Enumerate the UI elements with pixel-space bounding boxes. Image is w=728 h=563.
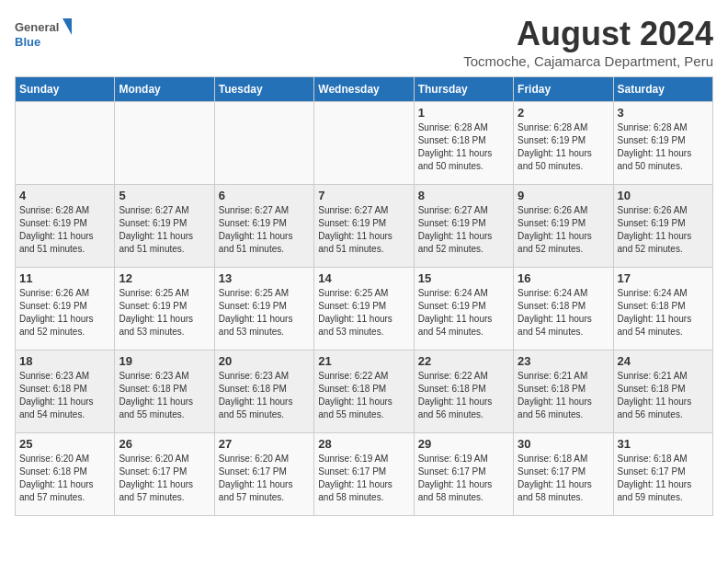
day-number: 1 (418, 106, 509, 120)
calendar-cell: 20Sunrise: 6:23 AM Sunset: 6:18 PM Dayli… (214, 350, 313, 433)
day-info: Sunrise: 6:23 AM Sunset: 6:18 PM Dayligh… (19, 370, 110, 421)
day-number: 25 (19, 437, 110, 451)
calendar-cell: 8Sunrise: 6:27 AM Sunset: 6:19 PM Daylig… (414, 185, 513, 268)
svg-marker-1 (63, 18, 72, 35)
day-info: Sunrise: 6:24 AM Sunset: 6:18 PM Dayligh… (518, 287, 609, 339)
day-number: 7 (318, 189, 409, 202)
day-number: 28 (318, 437, 409, 451)
calendar-cell: 12Sunrise: 6:25 AM Sunset: 6:19 PM Dayli… (115, 268, 214, 350)
svg-text:Blue: Blue (15, 35, 40, 49)
day-number: 13 (219, 271, 310, 285)
day-number: 21 (318, 354, 409, 368)
day-number: 3 (618, 106, 709, 120)
day-info: Sunrise: 6:18 AM Sunset: 6:17 PM Dayligh… (618, 453, 709, 504)
column-header-thursday: Thursday (414, 77, 513, 102)
column-header-wednesday: Wednesday (314, 77, 414, 102)
calendar-cell: 13Sunrise: 6:25 AM Sunset: 6:19 PM Dayli… (214, 268, 313, 350)
day-number: 26 (119, 437, 210, 451)
day-number: 31 (618, 437, 709, 451)
column-header-tuesday: Tuesday (214, 77, 313, 102)
day-info: Sunrise: 6:26 AM Sunset: 6:19 PM Dayligh… (618, 204, 709, 256)
day-info: Sunrise: 6:20 AM Sunset: 6:17 PM Dayligh… (219, 453, 310, 504)
day-info: Sunrise: 6:22 AM Sunset: 6:18 PM Dayligh… (318, 370, 409, 421)
calendar-cell: 5Sunrise: 6:27 AM Sunset: 6:19 PM Daylig… (115, 185, 214, 268)
day-info: Sunrise: 6:19 AM Sunset: 6:17 PM Dayligh… (318, 453, 409, 504)
calendar-cell: 3Sunrise: 6:28 AM Sunset: 6:19 PM Daylig… (613, 102, 712, 185)
day-number: 6 (219, 189, 310, 202)
day-number: 9 (518, 189, 609, 202)
day-number: 30 (518, 437, 609, 451)
calendar-cell (16, 102, 115, 185)
day-number: 27 (219, 437, 310, 451)
page-subtitle: Tocmoche, Cajamarca Department, Peru (463, 53, 713, 69)
day-number: 12 (119, 271, 210, 285)
calendar-cell: 19Sunrise: 6:23 AM Sunset: 6:18 PM Dayli… (115, 350, 214, 433)
svg-text:General: General (15, 20, 59, 34)
day-number: 16 (518, 271, 609, 285)
calendar-cell: 23Sunrise: 6:21 AM Sunset: 6:18 PM Dayli… (514, 350, 613, 433)
calendar-cell (214, 102, 313, 185)
day-info: Sunrise: 6:21 AM Sunset: 6:18 PM Dayligh… (618, 370, 709, 421)
calendar-cell: 11Sunrise: 6:26 AM Sunset: 6:19 PM Dayli… (16, 268, 115, 350)
day-info: Sunrise: 6:26 AM Sunset: 6:19 PM Dayligh… (518, 204, 609, 256)
title-area: August 2024 Tocmoche, Cajamarca Departme… (463, 15, 713, 69)
calendar-cell: 30Sunrise: 6:18 AM Sunset: 6:17 PM Dayli… (514, 433, 613, 516)
day-number: 17 (618, 271, 709, 285)
logo-icon: General Blue (15, 15, 79, 55)
calendar-week-row: 11Sunrise: 6:26 AM Sunset: 6:19 PM Dayli… (16, 268, 713, 350)
calendar-cell (314, 102, 414, 185)
day-number: 19 (119, 354, 210, 368)
calendar-cell: 28Sunrise: 6:19 AM Sunset: 6:17 PM Dayli… (314, 433, 414, 516)
calendar-cell: 4Sunrise: 6:28 AM Sunset: 6:19 PM Daylig… (16, 185, 115, 268)
day-number: 24 (618, 354, 709, 368)
calendar-cell: 7Sunrise: 6:27 AM Sunset: 6:19 PM Daylig… (314, 185, 414, 268)
day-number: 20 (219, 354, 310, 368)
calendar-week-row: 4Sunrise: 6:28 AM Sunset: 6:19 PM Daylig… (16, 185, 713, 268)
calendar-cell: 16Sunrise: 6:24 AM Sunset: 6:18 PM Dayli… (514, 268, 613, 350)
day-number: 15 (418, 271, 509, 285)
day-number: 23 (518, 354, 609, 368)
day-number: 8 (418, 189, 509, 202)
column-header-friday: Friday (514, 77, 613, 102)
calendar-cell: 18Sunrise: 6:23 AM Sunset: 6:18 PM Dayli… (16, 350, 115, 433)
day-info: Sunrise: 6:25 AM Sunset: 6:19 PM Dayligh… (318, 287, 409, 339)
calendar-cell: 9Sunrise: 6:26 AM Sunset: 6:19 PM Daylig… (514, 185, 613, 268)
day-info: Sunrise: 6:25 AM Sunset: 6:19 PM Dayligh… (219, 287, 310, 339)
calendar-header-row: SundayMondayTuesdayWednesdayThursdayFrid… (16, 77, 713, 102)
calendar-cell: 24Sunrise: 6:21 AM Sunset: 6:18 PM Dayli… (613, 350, 712, 433)
calendar-cell: 21Sunrise: 6:22 AM Sunset: 6:18 PM Dayli… (314, 350, 414, 433)
calendar-cell: 14Sunrise: 6:25 AM Sunset: 6:19 PM Dayli… (314, 268, 414, 350)
day-info: Sunrise: 6:19 AM Sunset: 6:17 PM Dayligh… (418, 453, 509, 504)
day-info: Sunrise: 6:24 AM Sunset: 6:18 PM Dayligh… (618, 287, 709, 339)
day-info: Sunrise: 6:24 AM Sunset: 6:19 PM Dayligh… (418, 287, 509, 339)
calendar-cell: 2Sunrise: 6:28 AM Sunset: 6:19 PM Daylig… (514, 102, 613, 185)
calendar-cell: 6Sunrise: 6:27 AM Sunset: 6:19 PM Daylig… (214, 185, 313, 268)
page-title: August 2024 (463, 15, 713, 53)
column-header-monday: Monday (115, 77, 214, 102)
day-number: 11 (19, 271, 110, 285)
calendar-cell: 31Sunrise: 6:18 AM Sunset: 6:17 PM Dayli… (613, 433, 712, 516)
day-number: 2 (518, 106, 609, 120)
day-number: 18 (19, 354, 110, 368)
calendar-cell: 1Sunrise: 6:28 AM Sunset: 6:18 PM Daylig… (414, 102, 513, 185)
day-info: Sunrise: 6:20 AM Sunset: 6:17 PM Dayligh… (119, 453, 210, 504)
day-info: Sunrise: 6:20 AM Sunset: 6:18 PM Dayligh… (19, 453, 110, 504)
calendar-cell: 10Sunrise: 6:26 AM Sunset: 6:19 PM Dayli… (613, 185, 712, 268)
day-info: Sunrise: 6:26 AM Sunset: 6:19 PM Dayligh… (19, 287, 110, 339)
column-header-sunday: Sunday (16, 77, 115, 102)
day-number: 5 (119, 189, 210, 202)
calendar-week-row: 1Sunrise: 6:28 AM Sunset: 6:18 PM Daylig… (16, 102, 713, 185)
calendar-table: SundayMondayTuesdayWednesdayThursdayFrid… (15, 76, 713, 516)
calendar-cell: 25Sunrise: 6:20 AM Sunset: 6:18 PM Dayli… (16, 433, 115, 516)
day-info: Sunrise: 6:23 AM Sunset: 6:18 PM Dayligh… (219, 370, 310, 421)
day-info: Sunrise: 6:22 AM Sunset: 6:18 PM Dayligh… (418, 370, 509, 421)
day-info: Sunrise: 6:27 AM Sunset: 6:19 PM Dayligh… (418, 204, 509, 256)
day-info: Sunrise: 6:28 AM Sunset: 6:19 PM Dayligh… (19, 204, 110, 256)
day-number: 4 (19, 189, 110, 202)
day-info: Sunrise: 6:27 AM Sunset: 6:19 PM Dayligh… (119, 204, 210, 256)
day-info: Sunrise: 6:25 AM Sunset: 6:19 PM Dayligh… (119, 287, 210, 339)
calendar-week-row: 18Sunrise: 6:23 AM Sunset: 6:18 PM Dayli… (16, 350, 713, 433)
page-header: General Blue August 2024 Tocmoche, Cajam… (15, 15, 713, 69)
calendar-cell: 29Sunrise: 6:19 AM Sunset: 6:17 PM Dayli… (414, 433, 513, 516)
day-info: Sunrise: 6:27 AM Sunset: 6:19 PM Dayligh… (219, 204, 310, 256)
